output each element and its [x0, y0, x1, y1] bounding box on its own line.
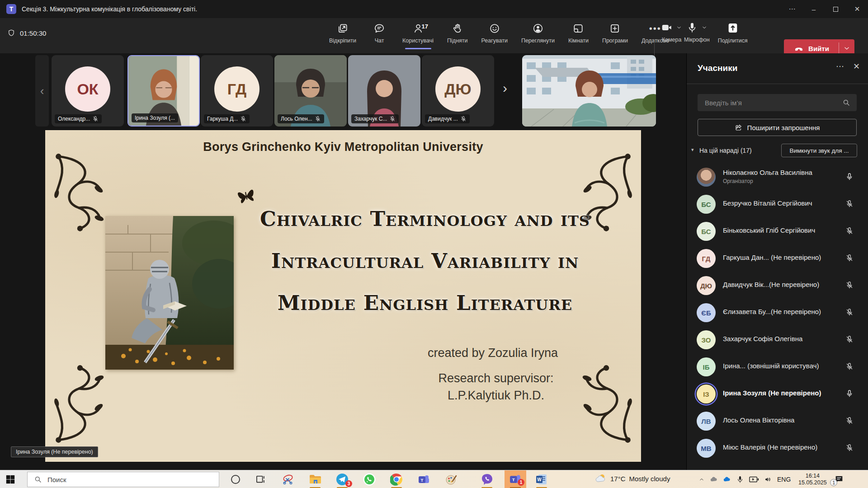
participant-name: Ніколаєнко Ольга Василівна [723, 169, 836, 176]
mute-all-button[interactable]: Вимкнути звук для ... [781, 144, 857, 157]
svg-text:W: W [537, 477, 542, 482]
participant-row-active-speaker[interactable]: ІЗ Ірина Зозуля (Не перевірено) [687, 381, 868, 407]
teams-taskbar-active-icon[interactable]: T 1 [505, 470, 526, 488]
panel-more-button[interactable]: ⋯ [836, 61, 844, 71]
mic-muted-icon[interactable] [845, 444, 854, 452]
toolbar-raise-hand-button[interactable]: Підняти [446, 22, 468, 50]
shared-presentation-slide: Borys Grinchenko Kyiv Metropolitan Unive… [45, 130, 641, 462]
teams-meeting-window: T Секція 3. Міжкультурна комунікація в г… [0, 0, 868, 488]
participant-row[interactable]: Ніколаєнко Ольга Василівна Організатор [687, 164, 868, 190]
weather-icon [595, 473, 607, 484]
avatar: ДЮ [697, 276, 716, 295]
cortana-button[interactable] [231, 475, 240, 484]
participant-row[interactable]: ЄБ Єлизавета Бу...(Не перевірено) [687, 300, 868, 325]
speaker-icon[interactable] [764, 475, 772, 483]
participant-row[interactable]: МВ Міюс Валерія (Не перевірено) [687, 436, 868, 461]
video-tile-iryna-zozulia[interactable]: Ірина Зозуля (... [127, 55, 200, 127]
avatar-speaking: ІЗ [697, 385, 716, 404]
video-tile-davydchuk[interactable]: ДЮ Давидчук ... [422, 55, 494, 127]
participant-row[interactable]: ІБ Ірина... (зовнішній користувач) [687, 354, 868, 380]
slide-title: Chivalric Terminology and its Intracultu… [244, 198, 606, 324]
participant-search-input[interactable] [698, 94, 857, 111]
video-tile-zakharchuk[interactable]: Захарчук С... [348, 55, 420, 127]
show-hidden-icons-button[interactable] [698, 476, 705, 483]
notification-center-button[interactable]: 1 [834, 474, 845, 484]
section-caret-icon[interactable]: ▾ [691, 147, 694, 153]
scroll-left-button[interactable]: ‹ [35, 55, 49, 127]
mic-muted-icon[interactable] [845, 227, 854, 235]
file-explorer-icon[interactable] [306, 472, 324, 487]
chat-icon [373, 23, 385, 34]
section-label[interactable]: На цій нараді (17) [699, 147, 752, 154]
mic-muted-icon[interactable] [845, 254, 854, 262]
tile-name-label: Захарчук С... [351, 114, 399, 123]
word-icon[interactable]: W [533, 472, 551, 487]
toolbar-people-button[interactable]: 17 Користувачі [401, 22, 434, 50]
avatar: ДЮ [435, 66, 481, 112]
camera-button[interactable]: Камера [661, 22, 682, 44]
participant-row[interactable]: БС Біньковський Гліб Сергійович [687, 219, 868, 244]
start-button[interactable] [5, 474, 15, 484]
mic-on-icon[interactable] [845, 389, 854, 398]
participant-row[interactable]: ЗО Захарчук Софія Олегівна [687, 327, 868, 352]
camera-chevron-icon[interactable] [676, 24, 682, 31]
task-view-button[interactable] [256, 475, 266, 484]
weather-widget[interactable]: 17°C Mostly cloudy [595, 473, 670, 484]
window-close-button[interactable]: ✕ [846, 0, 868, 18]
cloud-icon[interactable] [710, 475, 718, 483]
paint-icon[interactable] [442, 472, 460, 487]
teams-icon[interactable]: T [415, 472, 433, 487]
mic-muted-icon[interactable] [845, 335, 854, 343]
microphone-chevron-icon[interactable] [701, 24, 708, 31]
taskbar-search-box[interactable]: Поиск [27, 472, 219, 487]
participant-row[interactable]: ЛВ Лось Олена Вікторівна [687, 408, 868, 434]
whatsapp-icon[interactable] [360, 472, 378, 487]
slide-title-line1: Chivalric Terminology and its [244, 198, 606, 240]
chrome-icon[interactable] [387, 472, 406, 487]
participant-name: Лось Олена Вікторівна [723, 416, 836, 424]
tray-microphone-icon[interactable] [736, 475, 744, 483]
participants-header: Учасники ⋯ ✕ [687, 53, 868, 84]
mic-muted-icon[interactable] [845, 362, 854, 371]
toolbar-react-button[interactable]: Реагувати [481, 22, 509, 50]
mic-muted-icon[interactable] [845, 200, 854, 208]
participant-row[interactable]: БС Безручко Віталій Сергійович [687, 192, 868, 217]
search-placeholder: Поиск [47, 476, 66, 483]
video-tile-harkusha[interactable]: ГД Гаркуша Д... [201, 55, 273, 127]
window-maximize-button[interactable] [825, 0, 846, 18]
toolbar-apps-button[interactable]: Програми [601, 22, 629, 50]
viber-icon[interactable] [478, 472, 496, 487]
video-tile-oleksandr[interactable]: ОК Олександр... [52, 55, 124, 127]
toolbar-chat-button[interactable]: Чат [369, 22, 390, 50]
mic-muted-icon[interactable] [845, 281, 854, 289]
snipping-tool-icon[interactable] [279, 472, 297, 487]
video-tile-speaker-large[interactable] [522, 55, 656, 127]
window-more-button[interactable]: ⋯ [781, 0, 803, 18]
scroll-right-button[interactable]: › [503, 80, 507, 96]
onedrive-icon[interactable] [723, 475, 731, 483]
date: 15.05.2025 [796, 479, 829, 486]
participant-row[interactable]: ДЮ Давидчук Вік...(Не перевірено) [687, 273, 868, 298]
panel-close-button[interactable]: ✕ [853, 61, 860, 71]
toolbar-view-button[interactable]: Переглянути [520, 22, 556, 50]
video-tile-los[interactable]: Лось Олен... [274, 55, 347, 127]
mic-muted-icon[interactable] [845, 308, 854, 316]
share-invite-button[interactable]: Поширити запрошення [698, 119, 857, 136]
tile-name-label: Лось Олен... [278, 114, 324, 123]
share-button[interactable]: Поділитися [718, 22, 748, 44]
mic-muted-icon[interactable] [845, 417, 854, 425]
battery-icon[interactable] [749, 476, 759, 483]
participant-row[interactable]: ГД Гаркуша Дан... (Не перевірено) [687, 246, 868, 271]
avatar: ЄБ [697, 303, 716, 322]
window-minimize-button[interactable]: – [803, 0, 825, 18]
telegram-icon[interactable]: 3 [333, 472, 351, 487]
mic-on-icon[interactable] [845, 173, 854, 181]
language-indicator[interactable]: ENG [777, 476, 791, 483]
microphone-button[interactable]: Мікрофон [684, 22, 710, 44]
clock[interactable]: 16:14 15.05.2025 [796, 473, 829, 486]
slide-supervisor: Research supervisor: L.P.Kalytiuk Ph.D. [406, 370, 586, 404]
leave-options-button[interactable] [839, 44, 854, 52]
toolbar-unpin-button[interactable]: Відкріпити [328, 22, 357, 50]
telegram-badge: 3 [345, 480, 352, 487]
toolbar-rooms-button[interactable]: Кімнати [567, 22, 590, 50]
